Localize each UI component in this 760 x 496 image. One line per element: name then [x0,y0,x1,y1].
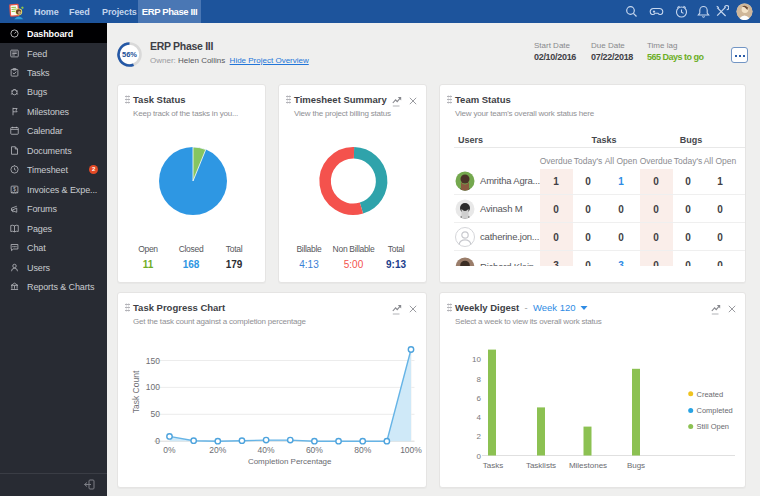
svg-text:6: 6 [477,394,482,403]
svg-text:20%: 20% [209,445,226,455]
svg-text:Created: Created [697,390,724,399]
svg-text:10: 10 [472,355,481,364]
svg-text:80%: 80% [354,445,371,455]
svg-text:100%: 100% [400,445,422,455]
svg-text:Still Open: Still Open [697,422,730,431]
svg-text:0: 0 [477,452,482,461]
svg-text:0: 0 [155,436,160,446]
svg-text:Bugs: Bugs [627,461,645,470]
svg-text:0%: 0% [163,445,176,455]
svg-text:Completion Percentage: Completion Percentage [248,457,332,466]
svg-text:4: 4 [477,413,482,422]
svg-text:Milestones: Milestones [569,461,607,470]
svg-text:Tasks: Tasks [483,461,503,470]
svg-text:40%: 40% [258,445,275,455]
svg-text:60%: 60% [306,445,323,455]
svg-text:Completed: Completed [697,406,733,415]
svg-text:Tasklists: Tasklists [526,461,556,470]
svg-text:2: 2 [477,432,482,441]
svg-text:150: 150 [146,356,160,366]
svg-text:100: 100 [146,382,160,392]
svg-text:50: 50 [151,409,161,419]
svg-text:56%: 56% [122,50,137,59]
svg-text:$: $ [13,186,16,191]
svg-text:8: 8 [477,375,482,384]
svg-text:Task Count: Task Count [131,370,141,413]
